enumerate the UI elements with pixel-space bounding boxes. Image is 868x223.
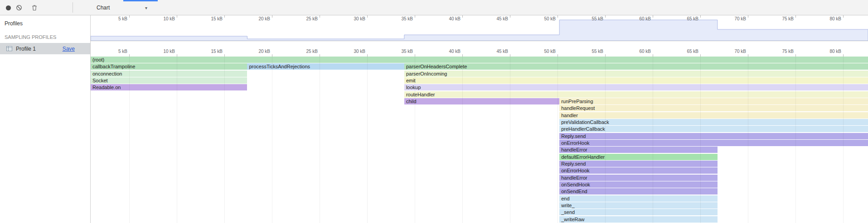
ruler-tick-label: 15 kB [199, 49, 223, 54]
ruler-tick [558, 15, 558, 18]
chart-pane: 5 kB10 kB15 kB20 kB25 kB30 kB35 kB40 kB4… [91, 15, 868, 223]
gridline [272, 57, 272, 223]
flame-frame[interactable]: child [404, 98, 559, 104]
ruler-tick-label: 20 kB [247, 49, 270, 54]
ruler-tick [700, 15, 701, 18]
flame-frame[interactable]: handler [559, 112, 868, 119]
flame-frame[interactable]: emit [404, 77, 868, 84]
ruler-tick-label: 60 kB [627, 49, 651, 54]
record-icon [6, 5, 11, 10]
ruler-tick [795, 15, 796, 18]
ruler-tick [748, 15, 748, 18]
flame-frame[interactable]: callbackTrampoline [91, 63, 247, 70]
view-mode-select[interactable]: Chart ▾ [93, 2, 151, 13]
flame-frame[interactable]: _send [559, 209, 718, 215]
flame-frame[interactable]: preHandlerCallback [559, 126, 868, 132]
ruler-tick-label: 70 kB [723, 49, 746, 54]
overview-area-graph [91, 19, 868, 41]
active-tab-indicator [123, 0, 158, 1]
flame-frame[interactable]: handleRequest [559, 105, 868, 111]
flame-frame[interactable]: processTicksAndRejections [247, 63, 404, 70]
trash-icon [31, 5, 38, 11]
flame-frame[interactable]: Reply.send [559, 133, 868, 139]
record-button[interactable] [4, 3, 13, 12]
flame-frame[interactable]: write_ [559, 202, 718, 209]
memory-overview[interactable]: 5 kB10 kB15 kB20 kB25 kB30 kB35 kB40 kB4… [91, 15, 868, 41]
profiles-header: Profiles [0, 15, 90, 28]
flame-frame[interactable]: parserOnHeadersComplete [404, 63, 868, 70]
ruler-tick [653, 15, 653, 18]
flame-frame[interactable]: Reply.send [559, 161, 718, 167]
flame-frame[interactable]: onErrorHook [559, 167, 718, 174]
sidebar: Profiles SAMPLING PROFILES Profile 1 Sav… [0, 15, 91, 223]
flame-frame[interactable]: defaultErrorHandler [559, 154, 718, 160]
ruler-tick-label: 65 kB [675, 49, 698, 54]
sampling-profiles-label: SAMPLING PROFILES [0, 28, 90, 43]
ruler-tick-label: 30 kB [342, 49, 365, 54]
devtools-profiler-panel: Chart ▾ Profiles SAMPLING PROFILES Profi… [0, 0, 868, 223]
ruler-tick-label: 80 kB [818, 49, 841, 54]
flame-frame[interactable]: parserOnIncoming [404, 71, 868, 77]
delete-profile-button[interactable] [30, 3, 39, 12]
ruler-tick-label: 25 kB [294, 49, 318, 54]
clear-button[interactable] [15, 3, 24, 12]
profile-item[interactable]: Profile 1 Save [0, 43, 90, 54]
ruler-tick-label: 50 kB [532, 49, 556, 54]
clear-icon [16, 5, 22, 11]
flame-frame[interactable]: onSendHook [559, 181, 718, 188]
flame-frame[interactable]: preValidationCallback [559, 119, 868, 125]
flame-frame[interactable]: onconnection [91, 71, 247, 77]
ruler-tick-label: 35 kB [389, 49, 413, 54]
ruler-tick [510, 15, 510, 18]
flame-frame[interactable]: routeHandler [404, 91, 868, 98]
flame-frame[interactable]: handleError [559, 147, 718, 153]
profile-icon [6, 45, 13, 52]
ruler-tick [224, 15, 225, 18]
save-profile-link[interactable]: Save [63, 46, 75, 52]
flame-frame[interactable]: runPreParsing [559, 98, 868, 104]
flame-frame[interactable]: _writeRaw [559, 216, 718, 223]
view-mode-value: Chart [97, 5, 110, 11]
ruler-tick-label: 45 kB [485, 49, 508, 54]
ruler-tick-label: 75 kB [770, 49, 794, 54]
flame-frame[interactable]: onErrorHook [559, 140, 868, 146]
gridline [367, 57, 368, 223]
flame-frame[interactable]: Socket [91, 77, 247, 84]
flame-chart[interactable]: (root)callbackTrampolineprocessTicksAndR… [91, 57, 868, 223]
ruler-tick [177, 15, 177, 18]
profile-name: Profile 1 [16, 46, 63, 52]
toolbar-divider [73, 2, 73, 13]
flame-frame[interactable]: (root) [91, 57, 868, 63]
ruler-tick-label: 5 kB [104, 49, 127, 54]
ruler-tick [462, 15, 463, 18]
flame-frame[interactable]: onSendEnd [559, 188, 718, 195]
toolbar: Chart ▾ [0, 0, 868, 15]
gridline [320, 57, 320, 223]
ruler-tick [415, 15, 415, 18]
ruler-tick [843, 15, 844, 18]
ruler-tick [272, 15, 272, 18]
ruler-tick-label: 10 kB [151, 49, 175, 54]
ruler-tick [367, 15, 368, 18]
ruler-tick [320, 15, 320, 18]
chevron-down-icon: ▾ [145, 5, 147, 10]
flame-frame[interactable]: Readable.on [91, 84, 247, 90]
ruler-tick [129, 15, 130, 18]
ruler-tick-label: 55 kB [580, 49, 603, 54]
flame-frame[interactable]: end [559, 195, 718, 202]
flame-frame[interactable]: lookup [404, 84, 868, 90]
flame-ruler[interactable]: 5 kB10 kB15 kB20 kB25 kB30 kB35 kB40 kB4… [91, 42, 868, 57]
ruler-tick [605, 15, 606, 18]
flame-frame[interactable]: handleError [559, 175, 718, 181]
ruler-tick-label: 40 kB [437, 49, 461, 54]
